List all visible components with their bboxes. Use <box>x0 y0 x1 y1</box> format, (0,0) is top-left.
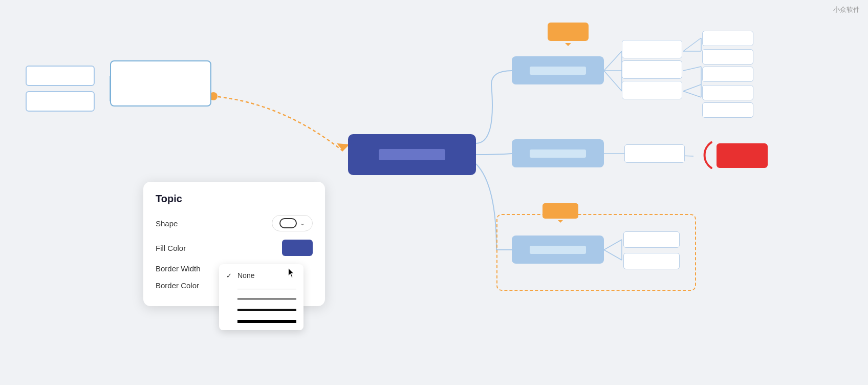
border-color-label: Border Color <box>156 281 199 290</box>
red-node <box>717 143 768 168</box>
fill-color-row: Fill Color <box>156 240 313 256</box>
central-node-inner <box>379 149 445 160</box>
panel-title: Topic <box>156 193 313 205</box>
left-sub-node-bot <box>26 91 95 112</box>
red-c-connector <box>681 137 717 173</box>
dropdown-item-medium[interactable] <box>219 293 303 304</box>
svg-line-5 <box>604 51 622 71</box>
svg-line-7 <box>604 71 622 91</box>
right-sub-sub-1 <box>702 31 753 46</box>
right-sub-node-3 <box>622 81 682 99</box>
mid-right-sub-node <box>624 144 685 163</box>
right-sub-sub-2 <box>702 49 753 65</box>
top-branch-inner <box>530 67 586 75</box>
right-sub-node-2 <box>622 60 682 79</box>
shape-selector[interactable]: ⌄ <box>272 215 313 231</box>
bot-branch-node[interactable] <box>512 236 604 264</box>
cursor-icon <box>288 268 295 279</box>
svg-line-13 <box>683 91 701 97</box>
fill-color-swatch[interactable] <box>282 240 313 256</box>
dropdown-item-thin[interactable] <box>219 284 303 293</box>
shape-icon <box>279 218 297 228</box>
line-medium-preview <box>237 298 296 300</box>
mid-branch-inner <box>530 149 586 158</box>
svg-line-12 <box>683 84 701 91</box>
dropdown-item-thick[interactable] <box>219 304 303 315</box>
dropdown-none-label: None <box>237 271 254 280</box>
dropdown-item-thickest[interactable] <box>219 315 303 327</box>
speech-bubble-top <box>548 23 589 41</box>
right-sub-sub-4 <box>702 85 753 100</box>
line-thin-preview <box>237 289 296 289</box>
svg-line-9 <box>683 38 701 51</box>
border-width-label: Border Width <box>156 264 201 273</box>
left-main-node <box>110 60 211 106</box>
watermark: 小众软件 <box>833 5 860 14</box>
fill-color-label: Fill Color <box>156 244 186 252</box>
bot-branch-inner <box>530 246 586 254</box>
chevron-down-icon: ⌄ <box>300 220 305 227</box>
right-sub-sub-3 <box>702 67 753 82</box>
speech-bubble-bot <box>542 203 578 219</box>
line-thickest-preview <box>237 320 296 323</box>
right-sub-node-1 <box>622 40 682 58</box>
svg-line-11 <box>683 67 701 71</box>
shape-row: Shape ⌄ <box>156 215 313 231</box>
mid-branch-node[interactable] <box>512 139 604 167</box>
line-thick-preview <box>237 309 296 311</box>
top-branch-node[interactable] <box>512 56 604 84</box>
canvas: 小众软件 <box>0 0 868 385</box>
shape-label: Shape <box>156 219 178 228</box>
check-icon: ✓ <box>226 272 233 280</box>
left-sub-node-top <box>26 66 95 86</box>
central-node[interactable] <box>348 134 476 175</box>
right-sub-sub-5 <box>702 102 753 118</box>
